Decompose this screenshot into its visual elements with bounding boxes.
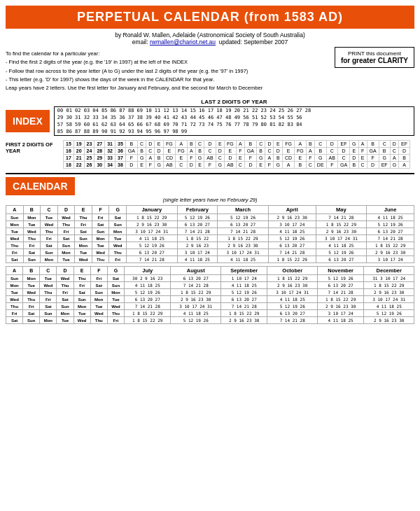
day-label: Wed	[6, 235, 24, 242]
letter-cell: F	[306, 155, 314, 162]
day-label: Wed	[40, 282, 57, 289]
page-title: PERPETUAL CALENDAR (from 1583 AD)	[6, 6, 414, 29]
letter-cell: C	[379, 141, 390, 148]
date-cell: 3 10 17 24	[268, 221, 316, 228]
day-label: Sun	[90, 289, 107, 296]
email-label: email:	[132, 38, 148, 46]
letter-cell: GA	[367, 148, 379, 155]
date-cell: 6 13 20 27	[171, 275, 220, 282]
date-cell: 3 10 17 24 31	[126, 228, 177, 235]
day-label: Mon	[23, 275, 40, 282]
index-row: 85 86 87 88 89 90 91 92 93 94 95 96 97 9…	[54, 128, 414, 136]
letter-cell: B	[350, 162, 358, 169]
date-cell: 1 8 15 22 29	[124, 317, 171, 324]
date-cell: 4 11 18 25	[316, 242, 367, 249]
letter-cell: G	[195, 155, 204, 162]
date-cell: 2 9 16 23 30	[267, 282, 317, 289]
letter-cell: CD	[282, 155, 294, 162]
letter-cell: AB	[225, 162, 237, 169]
date-cell: 6 13 20 27	[268, 242, 316, 249]
letter-cell: E	[137, 162, 146, 169]
letter-cell: D	[274, 148, 282, 155]
day-label: Sun	[41, 249, 58, 256]
letter-cell: A	[146, 155, 155, 162]
day-label: Tue	[6, 289, 23, 296]
letter-header: E	[74, 267, 90, 275]
letter-cell: GA	[125, 148, 137, 155]
day-label: Sun	[6, 275, 23, 282]
date-cell: 1 8 15 22 29	[126, 214, 177, 221]
letter-cell: C	[306, 162, 314, 169]
day-label: Sat	[90, 282, 107, 289]
date-cell: 3 10 17 24	[177, 249, 218, 256]
day-label: Thu	[6, 242, 24, 249]
day-label: Sun	[6, 214, 24, 221]
date-cell: 3 10 17 24 31	[267, 289, 317, 296]
letter-cell: A	[358, 141, 367, 148]
print-box[interactable]: PRINT this document for greater CLARITY	[335, 47, 414, 68]
letter-header: E	[75, 206, 92, 214]
letter-cell: G	[216, 162, 224, 169]
date-cell: 6 13 20 27	[367, 228, 414, 235]
date-cell: 7 14 21 28	[316, 214, 367, 221]
letter-cell: D	[390, 141, 398, 148]
day-label: Wed	[57, 214, 75, 221]
letter-cell: GA	[337, 162, 349, 169]
day-label: Sun	[57, 303, 74, 310]
letter-cell: FG	[163, 141, 175, 148]
letter-cell: EF	[399, 141, 410, 148]
bottom-months-table: ABCDEFGJulyAugustSeptemberOctoberNovembe…	[6, 266, 414, 324]
month-header: May	[316, 206, 367, 214]
top-months-table: ABCDEFGJanuaryFebruaryMarchAprilMayJune …	[6, 205, 414, 263]
day-label: Fri	[74, 282, 90, 289]
day-label: Thu	[23, 235, 41, 242]
letter-cell: F	[367, 155, 379, 162]
date-cell: 5 12 19 26	[124, 289, 171, 296]
letter-cell: E	[216, 141, 224, 148]
date-cell: 2 9 16 23 30	[317, 303, 364, 310]
letter-header: C	[40, 267, 57, 275]
index-label: INDEX	[6, 110, 50, 132]
first2-num: 32	[105, 148, 115, 155]
date-cell: 2 9 16 23 30	[367, 249, 414, 256]
day-label: Sun	[74, 296, 90, 303]
date-cell: 6 13 20 27	[218, 221, 269, 228]
date-cell: 3 10 17 24 31	[316, 235, 367, 242]
letter-header: A	[6, 267, 23, 275]
first2-num: 17	[64, 155, 74, 162]
index-section: INDEX LAST 2 DIGITS OF YEAR 00 01 02 03 …	[6, 99, 414, 136]
date-cell: 6 13 20 27	[177, 221, 218, 228]
date-cell: 5 12 19 26	[316, 249, 367, 256]
day-label: Mon	[6, 221, 24, 228]
letter-cell: A	[236, 141, 244, 148]
inst-line1: To find the calendar for a particular ye…	[6, 50, 329, 57]
date-cell: 4 11 18 25	[218, 256, 269, 263]
day-label: Sun	[107, 282, 124, 289]
day-label: Wed	[23, 228, 41, 235]
date-cell: 6 13 20 27	[220, 296, 267, 303]
letter-cell: B	[367, 141, 379, 148]
date-cell: 6 13 20 27	[267, 310, 317, 317]
day-label: Mon	[107, 289, 124, 296]
month-header: November	[317, 267, 364, 275]
day-label: Sat	[57, 296, 74, 303]
letter-cell: CD	[163, 155, 175, 162]
day-label: Tue	[41, 214, 58, 221]
date-cell: 2 9 16 23	[177, 242, 218, 249]
letter-cell: B	[314, 148, 326, 155]
date-cell: 2 9 16 23 30	[364, 317, 414, 324]
date-cell: 1 8 15 22 29	[171, 289, 220, 296]
date-cell: 5 12 19 26	[126, 242, 177, 249]
day-label: Thu	[6, 303, 23, 310]
date-cell: 6 13 20 27	[317, 282, 364, 289]
date-cell: 5 12 19 26	[367, 221, 414, 228]
index-row: 29 30 31 32 33 34 35 36 37 38 39 40 41 4…	[54, 114, 414, 121]
date-cell: 4 11 18 25	[126, 235, 177, 242]
email-link[interactable]: rwmallen@chariot.net.au	[150, 38, 216, 46]
date-cell: 3 10 17 24	[317, 310, 364, 317]
date-cell: 1 10 17 24	[220, 275, 267, 282]
letter-cell: E	[274, 141, 282, 148]
date-cell: 4 11 18 25	[268, 228, 316, 235]
letter-cell: D	[399, 148, 410, 155]
letter-cell: E	[176, 155, 188, 162]
